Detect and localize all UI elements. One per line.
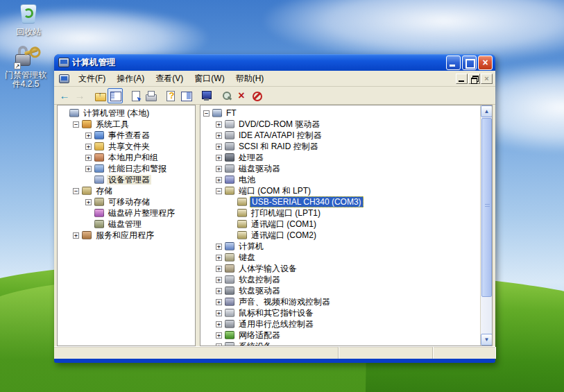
tree-item[interactable]: +IDE ATA/ATAPI 控制器 bbox=[202, 130, 480, 141]
tree-item[interactable]: +可移动存储 bbox=[59, 196, 195, 207]
tree-expander-minus[interactable]: − bbox=[73, 188, 79, 194]
menu-window[interactable]: 窗口(W) bbox=[189, 71, 230, 87]
mdi-close-button[interactable]: × bbox=[481, 74, 493, 84]
scrollbar-thumb[interactable] bbox=[481, 118, 492, 297]
tree-expander-plus[interactable]: + bbox=[85, 199, 92, 205]
disable-button[interactable] bbox=[249, 88, 264, 103]
tree-item[interactable]: 通讯端口 (COM1) bbox=[202, 219, 480, 230]
event-viewer-icon bbox=[94, 131, 104, 139]
scroll-up-icon[interactable]: ▲ bbox=[481, 105, 493, 117]
minimize-button[interactable] bbox=[446, 56, 461, 70]
tree-expander-minus[interactable]: − bbox=[203, 110, 210, 117]
tree-expander-plus[interactable]: + bbox=[216, 255, 222, 261]
tree-item[interactable]: +鼠标和其它指针设备 bbox=[202, 307, 480, 318]
desktop-icon-access-control-app[interactable]: ↗门禁管理软件4.2.5 bbox=[3, 44, 49, 89]
menu-file[interactable]: 文件(F) bbox=[73, 71, 111, 87]
tree-item[interactable]: −系统工具 bbox=[59, 119, 195, 130]
window-titlebar[interactable]: 计算机管理 × bbox=[54, 54, 495, 71]
tree-expander-plus[interactable]: + bbox=[216, 321, 222, 327]
tree-item[interactable]: +软盘驱动器 bbox=[202, 285, 480, 296]
close-button[interactable]: × bbox=[478, 56, 493, 70]
tree-expander-plus[interactable]: + bbox=[216, 133, 222, 139]
tree-item[interactable]: +服务和应用程序 bbox=[59, 230, 195, 241]
tree-item[interactable]: 通讯端口 (COM2) bbox=[202, 230, 480, 241]
show-pane-button[interactable] bbox=[178, 88, 194, 103]
tree-expander-plus[interactable]: + bbox=[85, 133, 92, 139]
tree-item[interactable]: +处理器 bbox=[202, 152, 480, 163]
tree-item[interactable]: −FT bbox=[202, 108, 480, 119]
tree-item[interactable]: +计算机 bbox=[202, 241, 480, 252]
scan-hardware-button[interactable] bbox=[219, 88, 234, 103]
tree-item[interactable]: 设备管理器 bbox=[59, 174, 195, 185]
serial-port-icon bbox=[237, 220, 247, 228]
mdi-restore-button[interactable] bbox=[468, 74, 480, 84]
tree-item[interactable]: 计算机管理 (本地) bbox=[59, 108, 195, 119]
tree-item[interactable]: +性能日志和警报 bbox=[59, 163, 195, 174]
tree-expander-minus[interactable]: − bbox=[216, 188, 222, 194]
menu-view[interactable]: 查看(V) bbox=[150, 71, 189, 87]
tree-item[interactable]: USB-SERIAL CH340 (COM3) bbox=[202, 196, 480, 207]
tree-expander-plus[interactable]: + bbox=[216, 332, 222, 339]
tree-item-label: 打印机端口 (LPT1) bbox=[250, 208, 322, 218]
tree-expander-plus[interactable]: + bbox=[85, 144, 92, 150]
tree-expander-plus[interactable]: + bbox=[216, 121, 222, 128]
back-button[interactable]: ← bbox=[57, 88, 72, 103]
tree-item[interactable]: 磁盘管理 bbox=[59, 219, 195, 230]
show-hide-tree-button[interactable] bbox=[108, 88, 123, 103]
properties-icon bbox=[130, 90, 142, 101]
tree-expander-plus[interactable]: + bbox=[216, 277, 222, 283]
tree-item[interactable]: +网络适配器 bbox=[202, 330, 480, 341]
tree-item[interactable]: 磁盘碎片整理程序 bbox=[59, 207, 195, 219]
disable-icon bbox=[251, 90, 263, 101]
tree-item[interactable]: −存储 bbox=[59, 185, 195, 196]
tree-expander-plus[interactable]: + bbox=[216, 266, 222, 272]
tree-expander-plus[interactable]: + bbox=[216, 299, 222, 305]
tree-expander-plus[interactable]: + bbox=[216, 310, 222, 316]
tree-expander-plus[interactable]: + bbox=[216, 288, 222, 294]
tree-item[interactable]: −端口 (COM 和 LPT) bbox=[202, 185, 480, 196]
tree-item[interactable]: +系统设备 bbox=[202, 341, 480, 346]
tree-item[interactable]: 打印机端口 (LPT1) bbox=[202, 207, 480, 219]
tree-item[interactable]: +声音、视频和游戏控制器 bbox=[202, 296, 480, 307]
properties-button[interactable] bbox=[128, 88, 143, 103]
menu-action[interactable]: 操作(A) bbox=[111, 71, 150, 87]
floppy-controller-icon bbox=[225, 275, 234, 284]
tree-item[interactable]: +事件查看器 bbox=[59, 130, 195, 141]
statusbar-panel-3 bbox=[433, 347, 495, 359]
tree-item[interactable]: +本地用户和组 bbox=[59, 152, 195, 163]
tree-item[interactable]: +人体学输入设备 bbox=[202, 263, 480, 274]
menu-help[interactable]: 帮助(H) bbox=[230, 71, 270, 87]
keyboard-icon bbox=[225, 253, 234, 262]
scroll-down-icon[interactable]: ▼ bbox=[481, 334, 493, 346]
mdi-minimize-button[interactable] bbox=[456, 74, 468, 84]
tree-item[interactable]: +磁盘驱动器 bbox=[202, 163, 480, 174]
print-button[interactable] bbox=[143, 88, 158, 103]
tree-expander-plus[interactable]: + bbox=[73, 232, 79, 239]
tree-item[interactable]: +通用串行总线控制器 bbox=[202, 318, 480, 330]
tree-item-label: 键盘 bbox=[237, 253, 257, 262]
tree-expander-plus[interactable]: + bbox=[216, 155, 222, 161]
update-driver-button[interactable] bbox=[198, 88, 214, 103]
tree-expander-plus[interactable]: + bbox=[216, 166, 222, 172]
tree-item[interactable]: +电池 bbox=[202, 174, 480, 185]
tree-item[interactable]: +软盘控制器 bbox=[202, 274, 480, 285]
serial-port-icon bbox=[237, 209, 247, 217]
device-tree: −FT+DVD/CD-ROM 驱动器+IDE ATA/ATAPI 控制器+SCS… bbox=[200, 105, 480, 346]
tree-expander-minus[interactable]: − bbox=[73, 121, 79, 128]
vertical-scrollbar[interactable]: ▲ ▼ bbox=[480, 105, 492, 346]
tree-expander-plus[interactable]: + bbox=[85, 155, 92, 161]
tree-expander-plus[interactable]: + bbox=[216, 177, 222, 183]
tree-expander-plus[interactable]: + bbox=[216, 144, 222, 150]
maximize-button[interactable] bbox=[462, 56, 477, 70]
tree-expander-plus[interactable]: + bbox=[216, 244, 222, 250]
tree-item[interactable]: +DVD/CD-ROM 驱动器 bbox=[202, 119, 480, 130]
help-button[interactable] bbox=[163, 88, 178, 103]
desktop-icon-recycle-bin[interactable]: 回收站 bbox=[6, 1, 51, 37]
tree-expander-plus[interactable]: + bbox=[85, 166, 92, 172]
tree-item[interactable]: +共享文件夹 bbox=[59, 141, 195, 152]
uninstall-button[interactable]: × bbox=[234, 88, 249, 103]
tree-item[interactable]: +键盘 bbox=[202, 252, 480, 263]
tree-expander-plus[interactable]: + bbox=[216, 343, 222, 347]
up-level-button[interactable] bbox=[92, 88, 108, 103]
tree-item[interactable]: +SCSI 和 RAID 控制器 bbox=[202, 141, 480, 152]
